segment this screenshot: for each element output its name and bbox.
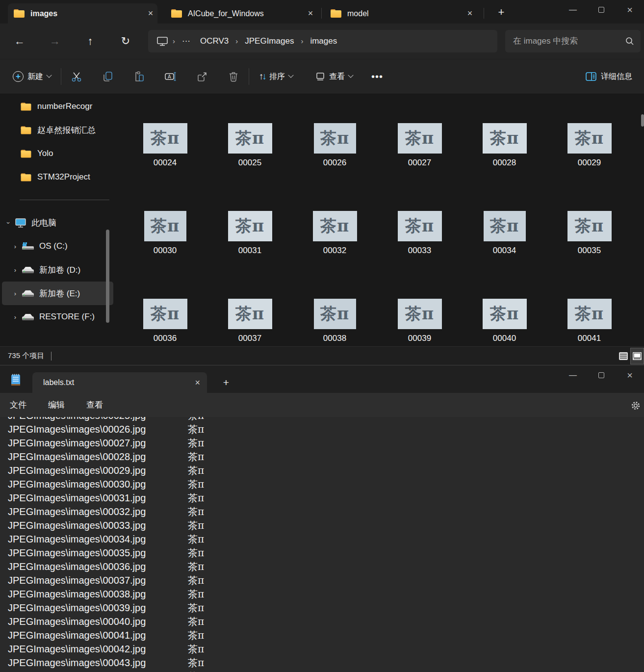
sort-button[interactable]: ↑↓ 排序: [254, 67, 298, 86]
file-tile[interactable]: 茶π 00028: [462, 123, 547, 168]
forward-button[interactable]: →: [44, 31, 66, 51]
file-thumbnail[interactable]: 茶π: [228, 211, 272, 241]
file-thumbnail[interactable]: 茶π: [398, 299, 442, 329]
sidebar-item-numberrecogr[interactable]: numberRecogr: [2, 95, 113, 118]
view-button[interactable]: 查看: [310, 68, 358, 86]
file-thumbnail[interactable]: 茶π: [398, 123, 442, 154]
file-tile[interactable]: 茶π 00037: [207, 299, 292, 344]
file-thumbnail[interactable]: 茶π: [228, 299, 272, 329]
sidebar-item-drive-f[interactable]: › RESTORE (F:): [2, 305, 113, 329]
new-tab-button[interactable]: +: [219, 375, 233, 390]
notepad-tab-labels-txt[interactable]: labels.txt ×: [32, 372, 207, 393]
file-tile[interactable]: 茶π 00033: [377, 211, 462, 256]
chevron-right-icon[interactable]: ›: [9, 313, 22, 321]
file-tile[interactable]: 茶π 00031: [207, 211, 292, 256]
share-button[interactable]: [192, 66, 212, 87]
chevron-down-icon[interactable]: ›: [5, 216, 12, 229]
file-thumbnail[interactable]: 茶π: [313, 211, 357, 241]
sidebar-item-yolo[interactable]: Yolo: [2, 142, 113, 165]
file-tile[interactable]: 茶π 00026: [292, 123, 377, 168]
new-button[interactable]: + 新建: [8, 67, 56, 86]
maximize-button[interactable]: [587, 0, 616, 20]
sidebar-item-this-pc[interactable]: › 此电脑: [2, 211, 113, 234]
breadcrumb-ocrv3[interactable]: OCRV3: [195, 36, 233, 46]
breadcrumb-jpegimages[interactable]: JPEGImages: [240, 36, 299, 46]
address-bar[interactable]: › ··· OCRV3 › JPEGImages › images: [148, 30, 497, 52]
chevron-right-icon[interactable]: ›: [9, 266, 22, 274]
file-tile[interactable]: 茶π 00030: [123, 211, 207, 256]
search-input[interactable]: [505, 36, 625, 46]
close-tab-icon[interactable]: ×: [195, 378, 200, 388]
close-tab-icon[interactable]: ×: [144, 7, 157, 20]
file-tile[interactable]: 茶π 00025: [207, 123, 292, 168]
file-tile[interactable]: 茶π 00029: [547, 123, 632, 168]
file-thumbnail[interactable]: 茶π: [144, 211, 186, 241]
files-scrollbar[interactable]: [641, 114, 644, 127]
file-thumbnail[interactable]: 茶π: [483, 123, 527, 154]
file-tile[interactable]: 茶π 00035: [547, 211, 632, 256]
sidebar-item-drive-c[interactable]: › OS (C:): [2, 234, 113, 258]
file-tile[interactable]: 茶π 00039: [377, 299, 462, 344]
file-thumbnail[interactable]: 茶π: [228, 123, 272, 154]
menu-file[interactable]: 文件: [3, 396, 33, 414]
notepad-text-area[interactable]: JPEGImages\images\00025.jpg 茶π JPEGImage…: [0, 417, 644, 672]
menu-view[interactable]: 查看: [79, 396, 110, 414]
close-tab-icon[interactable]: ×: [304, 7, 317, 20]
maximize-button[interactable]: [587, 365, 616, 385]
file-thumbnail[interactable]: 茶π: [567, 123, 612, 154]
delete-button[interactable]: [223, 66, 244, 87]
breadcrumb-images[interactable]: images: [305, 36, 342, 46]
menu-edit[interactable]: 编辑: [41, 396, 72, 414]
new-tab-button[interactable]: +: [493, 5, 509, 20]
close-tab-icon[interactable]: ×: [463, 7, 477, 20]
close-button[interactable]: ×: [616, 0, 644, 20]
text-line: JPEGImages\images\00028.jpg 茶π: [8, 450, 644, 464]
sidebar-item-drive-e[interactable]: › 新加卷 (E:): [2, 282, 113, 305]
settings-gear-icon[interactable]: [628, 398, 643, 413]
file-tile[interactable]: 茶π 00041: [547, 299, 632, 344]
file-tile[interactable]: 茶π 00036: [123, 299, 207, 344]
large-icons-view-button[interactable]: [630, 348, 644, 364]
more-options-button[interactable]: •••: [366, 67, 388, 86]
file-thumbnail[interactable]: 茶π: [314, 123, 356, 154]
minimize-button[interactable]: —: [559, 0, 587, 20]
refresh-button[interactable]: ↻: [115, 31, 136, 51]
file-thumbnail[interactable]: 茶π: [567, 299, 612, 329]
file-thumbnail[interactable]: 茶π: [483, 299, 527, 329]
explorer-tab-model[interactable]: model ×: [325, 3, 477, 24]
minimize-button[interactable]: —: [559, 365, 587, 385]
copy-button[interactable]: [98, 66, 118, 87]
search-box[interactable]: [505, 30, 641, 52]
breadcrumb-ellipsis[interactable]: ···: [177, 36, 195, 46]
chevron-right-icon[interactable]: ›: [9, 290, 22, 297]
details-pane-button[interactable]: 详细信息: [580, 67, 637, 86]
sidebar-item-stm32project[interactable]: STM32Project: [2, 165, 113, 189]
up-button[interactable]: ↑: [79, 31, 101, 51]
close-button[interactable]: ×: [616, 365, 644, 385]
file-thumbnail[interactable]: 茶π: [567, 211, 612, 241]
file-tile[interactable]: 茶π 00024: [123, 123, 207, 168]
file-thumbnail[interactable]: 茶π: [314, 299, 356, 329]
file-tile[interactable]: 茶π 00027: [377, 123, 462, 168]
back-button[interactable]: ←: [9, 31, 30, 51]
explorer-tab-images[interactable]: images ×: [8, 3, 157, 24]
file-tile[interactable]: 茶π 00034: [462, 211, 547, 256]
cut-button[interactable]: [66, 66, 87, 87]
search-icon[interactable]: [625, 37, 634, 46]
file-thumbnail[interactable]: 茶π: [484, 211, 526, 241]
sidebar-item-drive-d[interactable]: › 新加卷 (D:): [2, 258, 113, 282]
file-thumbnail[interactable]: 茶π: [143, 299, 187, 329]
sidebar-scrollbar[interactable]: [106, 230, 109, 323]
explorer-tab-aicube[interactable]: AICube_for_Windows ×: [165, 3, 317, 24]
file-tile[interactable]: 茶π 00040: [462, 299, 547, 344]
rename-button[interactable]: A: [160, 66, 181, 87]
chevron-right-icon[interactable]: ›: [9, 243, 22, 250]
file-thumbnail[interactable]: 茶π: [143, 123, 187, 154]
file-tile[interactable]: 茶π 00032: [292, 211, 377, 256]
file-tile[interactable]: 茶π 00038: [292, 299, 377, 344]
os-drive-icon: [22, 242, 34, 251]
details-view-button[interactable]: [617, 349, 630, 363]
paste-button[interactable]: [129, 66, 150, 87]
sidebar-item-baoxiao[interactable]: 赵卓然报销汇总: [2, 118, 113, 142]
file-thumbnail[interactable]: 茶π: [398, 211, 442, 241]
